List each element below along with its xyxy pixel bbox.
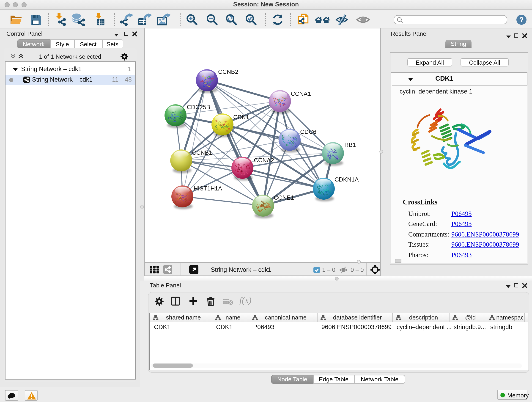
svg-text:CCNA2: CCNA2 xyxy=(254,157,274,164)
svg-text:CDK1: CDK1 xyxy=(233,114,249,121)
svg-text:HIST1H1A: HIST1H1A xyxy=(194,185,222,192)
svg-text:CCNB2: CCNB2 xyxy=(218,68,238,75)
svg-text:CCNE1: CCNE1 xyxy=(274,194,294,201)
svg-text:CDC6: CDC6 xyxy=(300,128,317,135)
svg-text:RB1: RB1 xyxy=(344,141,356,148)
svg-text:CCNB1: CCNB1 xyxy=(192,149,212,156)
svg-text:CDC25B: CDC25B xyxy=(187,104,210,110)
svg-text:CCNA1: CCNA1 xyxy=(291,90,311,97)
svg-text:CDKN1A: CDKN1A xyxy=(335,176,359,183)
